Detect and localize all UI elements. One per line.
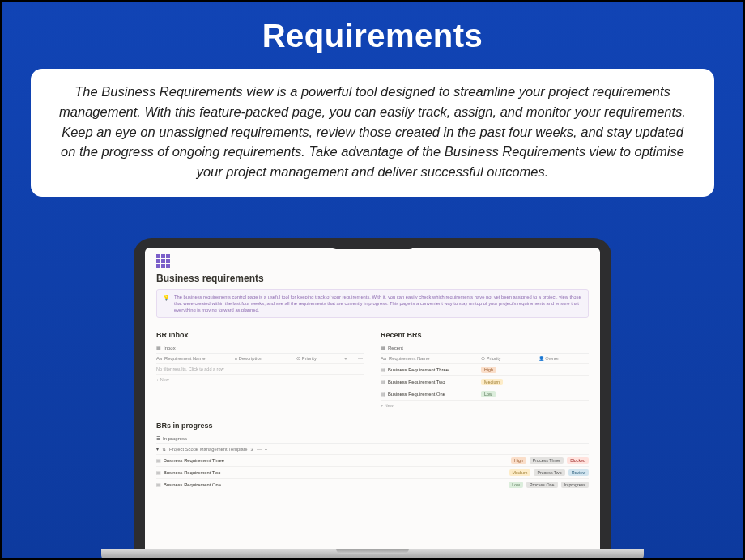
callout-box: 💡 The business requirements control page… [156,289,589,318]
page-icon: ▤ [381,392,385,397]
status-badge: Blocked [567,457,589,464]
inbox-header-row: Aa Requirement Name ≡ Description ⊙ Prio… [156,354,364,364]
intro-text: The Business Requirements view is a powe… [59,84,686,179]
inprogress-tab-label: In progress [163,436,187,441]
inbox-tab[interactable]: ▦ Inbox [156,342,364,354]
scope-icon: ⇅ [162,447,166,452]
group-add-icon[interactable]: + [265,447,267,452]
row-name: Business Requirement One [164,482,221,487]
inprogress-tab[interactable]: ≣ In progress [156,433,589,444]
table-icon: ▦ [156,345,161,350]
callout-text: The business requirements control page i… [174,294,582,313]
laptop-lid: Business requirements 💡 The business req… [134,238,611,549]
row-name: Business Requirement Three [388,367,449,372]
priority-badge: Medium [509,469,531,476]
priority-badge: Medium [481,379,503,385]
inbox-new-row[interactable]: + New [156,375,364,384]
recent-new-row[interactable]: + New [381,401,589,410]
laptop-base [101,549,644,560]
text-col-icon: Aa [156,356,162,361]
recent-tab[interactable]: ▦ Recent [381,342,589,354]
recent-section: Recent BRs ▦ Recent Aa Requirement Name … [381,331,589,410]
intro-card: The Business Requirements view is a powe… [31,69,714,197]
app-page-title: Business requirements [156,273,589,284]
inbox-tab-label: Inbox [164,346,176,350]
page-icon: ▤ [156,470,161,475]
text-col-icon: Aa [381,356,386,361]
table-row[interactable]: ▤Business Requirement Three High [381,364,589,376]
table-icon: ▦ [381,345,385,350]
process-badge: Process Three [530,457,564,464]
priority-badge: Low [481,391,496,397]
recent-tab-label: Recent [388,346,403,350]
page-icon: ▤ [381,367,385,372]
list-item[interactable]: ▤Business Requirement Three High Process… [156,454,589,466]
inbox-col-name: Requirement Name [164,356,205,361]
page-title: Requirements [2,18,743,54]
laptop-notch [328,238,417,249]
group-more-icon[interactable]: ⋯ [257,447,262,452]
app-screen: Business requirements 💡 The business req… [145,248,600,549]
inbox-col-prio: Priority [302,356,317,361]
recent-col-prio: Priority [487,356,501,361]
laptop-base-notch [336,549,409,554]
row-name: Business Requirement Three [164,458,224,463]
page-icon: ▤ [156,458,161,463]
lightbulb-icon: 💡 [163,294,170,313]
group-name: Project Scope Management Template [169,447,248,452]
recent-col-name: Requirement Name [389,356,429,361]
group-header[interactable]: ▾ ⇅ Project Scope Management Template 3 … [156,444,589,454]
inprogress-section: BRs in progress ≣ In progress ▾ ⇅ Projec… [156,422,589,490]
list-icon: ≣ [156,435,160,441]
process-badge: Process Two [534,469,564,476]
table-row[interactable]: ▤Business Requirement One Low [381,388,589,401]
page-icon: ▤ [156,482,161,487]
row-name: Business Requirement One [388,392,445,397]
recent-col-owner: Owner [545,356,559,361]
inbox-empty-row[interactable]: No filter results. Click to add a row [156,364,364,375]
more-col-button[interactable]: ⋯ [356,356,364,361]
toggle-icon[interactable]: ▾ [156,447,159,452]
table-row[interactable]: ▤Business Requirement Two Medium [381,376,589,388]
priority-badge: Low [509,482,523,488]
list-item[interactable]: ▤Business Requirement Two Medium Process… [156,466,589,478]
inprogress-heading: BRs in progress [156,422,589,430]
status-badge: In progress [561,482,590,488]
row-name: Business Requirement Two [164,470,220,475]
inbox-col-desc: Description [239,356,262,361]
group-count: 3 [251,447,253,452]
priority-badge: High [511,457,526,464]
recent-heading: Recent BRs [381,331,589,339]
priority-badge: High [481,367,496,373]
laptop-frame: Business requirements 💡 The business req… [134,238,611,560]
process-badge: Process One [526,482,558,488]
list-item[interactable]: ▤Business Requirement One Low Process On… [156,478,589,490]
recent-header-row: Aa Requirement Name ⊙ Priority 👤 Owner [381,354,589,364]
app-grid-icon [156,254,589,268]
page-icon: ▤ [381,380,385,384]
add-col-button[interactable]: + [342,356,350,361]
row-name: Business Requirement Two [388,380,445,384]
inbox-heading: BR Inbox [156,331,364,339]
inbox-section: BR Inbox ▦ Inbox Aa Requirement Name ≡ D… [156,331,364,410]
status-badge: Review [568,469,589,476]
